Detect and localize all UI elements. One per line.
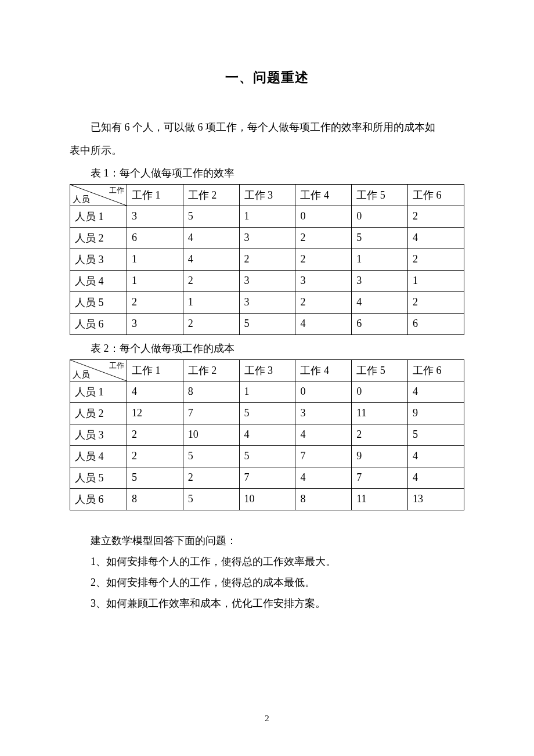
cell: 3: [295, 271, 352, 292]
table-row: 人员 6851081113: [70, 489, 464, 510]
cell: 1: [183, 292, 239, 314]
cell: 1: [127, 249, 183, 271]
row-label: 人员 4: [70, 446, 127, 467]
cell: 4: [295, 467, 352, 489]
diag-top-label: 工作: [109, 361, 124, 371]
col-header: 工作 3: [239, 185, 295, 206]
cell: 8: [127, 489, 183, 510]
cell: 7: [239, 467, 295, 489]
table-row: 人员 4123331: [70, 271, 464, 292]
cell: 9: [408, 403, 464, 424]
row-label: 人员 1: [70, 206, 127, 228]
col-header: 工作 5: [352, 360, 408, 381]
diag-bottom-label: 人员: [73, 369, 90, 380]
cell: 4: [183, 228, 239, 249]
cell: 5: [183, 206, 239, 228]
intro-paragraph-line2: 表中所示。: [70, 140, 464, 161]
table-row: 人员 32104425: [70, 424, 464, 446]
row-label: 人员 2: [70, 228, 127, 249]
cell: 3: [239, 228, 295, 249]
table-row: 人员 4255794: [70, 446, 464, 467]
table2-cost: 工作 人员 工作 1 工作 2 工作 3 工作 4 工作 5 工作 6 人员 1…: [70, 359, 464, 510]
table-row: 人员 1351002: [70, 206, 464, 228]
col-header: 工作 1: [127, 360, 183, 381]
cell: 11: [352, 403, 408, 424]
cell: 2: [127, 446, 183, 467]
cell: 0: [352, 381, 408, 403]
cell: 1: [239, 381, 295, 403]
cell: 5: [352, 228, 408, 249]
row-label: 人员 5: [70, 467, 127, 489]
cell: 7: [295, 446, 352, 467]
cell: 10: [183, 424, 239, 446]
row-label: 人员 5: [70, 292, 127, 314]
cell: 0: [295, 206, 352, 228]
cell: 2: [408, 206, 464, 228]
cell: 6: [408, 314, 464, 335]
cell: 2: [183, 314, 239, 335]
col-header: 工作 2: [183, 185, 239, 206]
diag-bottom-label: 人员: [73, 194, 90, 205]
cell: 1: [239, 206, 295, 228]
cell: 4: [408, 381, 464, 403]
cell: 4: [127, 381, 183, 403]
cell: 2: [183, 271, 239, 292]
table-row: 人员 6325466: [70, 314, 464, 335]
cell: 4: [408, 446, 464, 467]
cell: 1: [408, 271, 464, 292]
table2-diagonal-header: 工作 人员: [70, 360, 127, 381]
cell: 6: [352, 314, 408, 335]
questions-block: 建立数学模型回答下面的问题： 1、如何安排每个人的工作，使得总的工作效率最大。 …: [70, 530, 464, 614]
cell: 4: [295, 314, 352, 335]
col-header: 工作 4: [295, 185, 352, 206]
cell: 4: [239, 424, 295, 446]
diag-top-label: 工作: [109, 185, 124, 196]
table-header-row: 工作 人员 工作 1 工作 2 工作 3 工作 4 工作 5 工作 6: [70, 185, 464, 206]
col-header: 工作 5: [352, 185, 408, 206]
cell: 5: [183, 446, 239, 467]
cell: 0: [352, 206, 408, 228]
cell: 2: [127, 424, 183, 446]
cell: 3: [239, 292, 295, 314]
row-label: 人员 4: [70, 271, 127, 292]
cell: 1: [352, 249, 408, 271]
questions-intro: 建立数学模型回答下面的问题：: [70, 530, 464, 551]
table-row: 人员 5213242: [70, 292, 464, 314]
cell: 2: [352, 424, 408, 446]
cell: 5: [127, 467, 183, 489]
col-header: 工作 6: [408, 360, 464, 381]
col-header: 工作 4: [295, 360, 352, 381]
question-1: 1、如何安排每个人的工作，使得总的工作效率最大。: [70, 551, 464, 572]
table-header-row: 工作 人员 工作 1 工作 2 工作 3 工作 4 工作 5 工作 6: [70, 360, 464, 381]
cell: 5: [408, 424, 464, 446]
row-label: 人员 3: [70, 424, 127, 446]
question-3: 3、如何兼顾工作效率和成本，优化工作安排方案。: [70, 593, 464, 614]
cell: 8: [295, 489, 352, 510]
cell: 5: [183, 489, 239, 510]
cell: 3: [352, 271, 408, 292]
col-header: 工作 6: [408, 185, 464, 206]
col-header: 工作 2: [183, 360, 239, 381]
col-header: 工作 3: [239, 360, 295, 381]
table-row: 人员 1481004: [70, 381, 464, 403]
row-label: 人员 3: [70, 249, 127, 271]
cell: 7: [352, 467, 408, 489]
table-row: 人员 212753119: [70, 403, 464, 424]
cell: 5: [239, 446, 295, 467]
cell: 12: [127, 403, 183, 424]
cell: 11: [352, 489, 408, 510]
cell: 7: [183, 403, 239, 424]
cell: 5: [239, 403, 295, 424]
table1-caption: 表 1：每个人做每项工作的效率: [70, 163, 464, 183]
cell: 8: [183, 381, 239, 403]
cell: 3: [295, 403, 352, 424]
cell: 1: [127, 271, 183, 292]
table2-caption: 表 2：每个人做每项工作的成本: [70, 339, 464, 358]
cell: 3: [239, 271, 295, 292]
section-heading: 一、问题重述: [70, 69, 464, 87]
row-label: 人员 6: [70, 314, 127, 335]
cell: 2: [408, 292, 464, 314]
cell: 3: [127, 206, 183, 228]
table-row: 人员 2643254: [70, 228, 464, 249]
cell: 3: [127, 314, 183, 335]
